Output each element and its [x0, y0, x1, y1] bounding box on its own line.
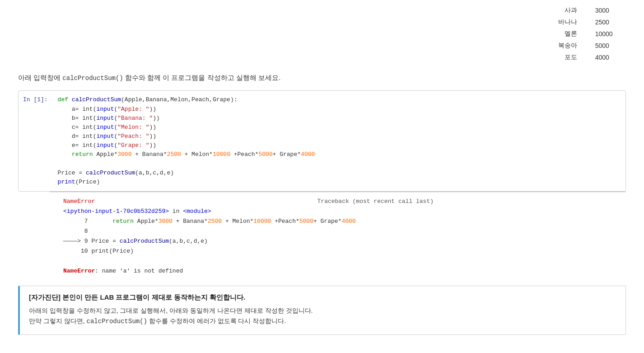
table-row: 사과3000 — [545, 5, 626, 16]
str-peach: "Peach: " — [117, 133, 149, 140]
num-3000: 3000 — [117, 151, 131, 158]
self-check-title: [자가진단] 본인이 만든 LAB 프로그램이 제대로 동작하는지 확인합니다. — [29, 293, 616, 302]
fn-call-err: calcProductSum — [120, 238, 169, 245]
return-kw-err: return — [112, 218, 134, 225]
code-cell: In [1]: def calcProductSum(Apple,Banana,… — [18, 90, 626, 191]
self-check-line2-after: 함수를 수정하여 에러가 없도록 다시 작성합니다. — [147, 317, 286, 325]
desc-before: 아래 입력창에 — [18, 74, 62, 81]
error-line10: 10 print(Price) — [63, 246, 626, 256]
cell-prompt: In [1]: — [19, 91, 52, 191]
fruit-price: 4000 — [586, 52, 626, 63]
code-line-7: return Apple*3000 + Banana*2500 + Melon*… — [58, 150, 620, 159]
space-ret: Apple* — [93, 151, 118, 158]
code-line-9: Price = calcProductSum(a,b,c,d,e) — [58, 169, 620, 178]
print-args: (Price) — [75, 179, 100, 185]
price-assign: Price = — [58, 169, 86, 176]
error-module-line: <ipython-input-1-70c0b532d259> in <modul… — [63, 207, 626, 217]
str-melon: "Melon: " — [117, 124, 149, 131]
error-line7: 7 return Apple*3000 + Banana*2500 + Melo… — [63, 217, 626, 226]
error-module-ref: <ipython-input-1-70c0b532d259> — [63, 208, 169, 215]
str-banana: "Banana: " — [117, 115, 153, 122]
indent-c: c= — [58, 124, 83, 131]
input-fn-3: input — [96, 124, 114, 131]
in-text: in — [169, 208, 183, 215]
num-10000: 10000 — [213, 151, 230, 158]
input-fn-2: input — [96, 115, 114, 122]
int-fn: int — [82, 106, 93, 113]
description-text: 아래 입력창에 calcProductSum() 함수와 함께 이 프로그램을 … — [18, 72, 626, 83]
fruit-name: 사과 — [545, 5, 586, 16]
op-plus4: + Grape* — [273, 151, 301, 158]
error-name-text: NameError — [63, 268, 95, 274]
op-plus3: +Peach* — [230, 151, 258, 158]
int-fn-e: int — [82, 142, 93, 149]
code-line-1: def calcProductSum(Apple,Banana,Melon,Pe… — [58, 95, 620, 104]
code-line-10: print(Price) — [58, 178, 620, 187]
op-plus2: + Melon* — [181, 151, 213, 158]
err-num-2500: 2500 — [208, 218, 222, 225]
fruit-price: 3000 — [586, 5, 626, 16]
table-row: 포도4000 — [545, 52, 626, 63]
int-fn-d: int — [82, 133, 93, 140]
self-check-line2: 만약 그렇지 않다면, calcProductSum() 함수를 수정하여 에러… — [29, 316, 616, 327]
fn-call-calcProductSum: calcProductSum — [86, 169, 135, 176]
str-apple: "Apple: " — [117, 106, 149, 113]
str-grape: "Grape: " — [117, 142, 149, 149]
num-5000: 5000 — [258, 151, 272, 158]
error-output-block: NameError Traceback (most recent call la… — [18, 192, 626, 281]
table-row: 바나나2500 — [545, 16, 626, 28]
params: Apple,Banana,Melon,Peach,Grape — [125, 96, 230, 103]
indent-e: e= — [58, 142, 83, 149]
page-container: 사과3000바나나2500멜론10000복숭아5000포도4000 아래 입력창… — [0, 0, 644, 344]
keyword-return: return — [72, 151, 93, 158]
error-arrow-line: ————> 9 Price = calcProductSum(a,b,c,d,e… — [63, 236, 626, 246]
desc-after: 함수와 함께 이 프로그램을 작성하고 실행해 보세요. — [123, 74, 280, 81]
self-check-section: [자가진단] 본인이 만든 LAB 프로그램이 제대로 동작하는지 확인합니다.… — [18, 286, 626, 335]
punc-open: ( — [121, 96, 125, 103]
paren-b3: )) — [153, 115, 160, 122]
module-tag: <module> — [183, 208, 211, 215]
num-2500: 2500 — [167, 151, 181, 158]
err-num-5000: 5000 — [299, 218, 313, 225]
fruit-name: 바나나 — [545, 16, 586, 28]
self-check-line1: 아래의 입력창을 수정하지 않고, 그대로 실행해서, 아래와 동일하게 나온다… — [29, 306, 616, 316]
table-row: 복숭아5000 — [545, 40, 626, 52]
fruit-price: 2500 — [586, 16, 626, 28]
punc-close: ): — [230, 96, 238, 103]
err-num-4000: 4000 — [341, 218, 355, 225]
indent-d: d= — [58, 133, 83, 140]
code-line-6: e= int(input("Grape: ")) — [58, 141, 620, 150]
error-blank — [63, 256, 626, 266]
keyword-def: def — [58, 96, 68, 103]
error-line8: 8 — [63, 226, 626, 236]
input-fn-4: input — [96, 133, 114, 140]
code-line-4: c= int(input("Melon: ")) — [58, 123, 620, 132]
code-line-3: b= int(input("Banana: ")) — [58, 114, 620, 123]
indent: a= — [58, 106, 83, 113]
error-detail: : name 'a' is not defined — [95, 268, 183, 274]
fruit-price-table: 사과3000바나나2500멜론10000복숭아5000포도4000 — [545, 5, 626, 63]
keyword-print: print — [58, 179, 75, 185]
fruit-price: 10000 — [586, 28, 626, 40]
table-section: 사과3000바나나2500멜론10000복숭아5000포도4000 — [18, 5, 626, 63]
code-line-5: d= int(input("Peach: ")) — [58, 132, 620, 141]
error-header-line: NameError Traceback (most recent call la… — [63, 197, 434, 207]
err-num-10000: 10000 — [253, 218, 271, 225]
paren-d3: )) — [149, 133, 156, 140]
int-fn-b: int — [82, 115, 93, 122]
err-num-3000: 3000 — [159, 218, 173, 225]
indent-ret — [58, 151, 72, 158]
op-plus1: + Banana* — [131, 151, 167, 158]
num-4000: 4000 — [301, 151, 315, 158]
desc-func: calcProductSum() — [62, 75, 123, 82]
error-message: NameError: name 'a' is not defined — [63, 266, 626, 276]
cell-code-content: def calcProductSum(Apple,Banana,Melon,Pe… — [52, 91, 625, 191]
fruit-name: 포도 — [545, 52, 586, 63]
traceback-label: Traceback (most recent call last) — [317, 197, 434, 207]
input-fn-1: input — [96, 106, 114, 113]
error-name-header: NameError — [63, 197, 95, 207]
paren-c3: )) — [149, 124, 156, 131]
fruit-price: 5000 — [586, 40, 626, 52]
call-args: (a,b,c,d,e) — [135, 169, 174, 176]
fn-args-err: (a,b,c,d,e) — [169, 238, 208, 245]
